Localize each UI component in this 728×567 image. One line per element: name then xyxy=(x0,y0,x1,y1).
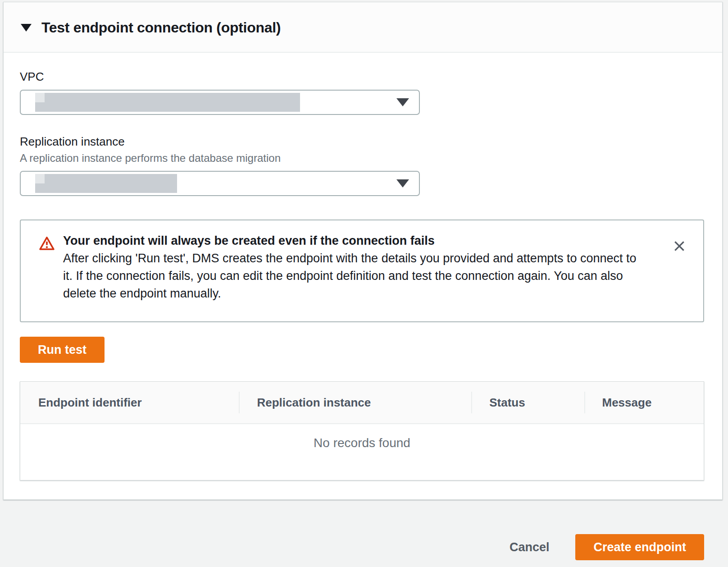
chevron-down-icon xyxy=(396,98,409,106)
vpc-label: VPC xyxy=(20,70,704,83)
table-header-row: Endpoint identifier Replication instance… xyxy=(20,382,704,424)
run-test-button[interactable]: Run test xyxy=(20,337,105,363)
cancel-button[interactable]: Cancel xyxy=(510,540,550,554)
section-body: VPC Replication instance A replication i… xyxy=(4,70,722,499)
column-header-endpoint-identifier: Endpoint identifier xyxy=(20,382,239,423)
triangle-down-icon xyxy=(21,24,32,32)
section-title: Test endpoint connection (optional) xyxy=(41,18,281,37)
create-endpoint-button[interactable]: Create endpoint xyxy=(575,534,704,560)
replication-instance-label: Replication instance xyxy=(20,135,704,148)
vpc-selected-value-redacted xyxy=(35,93,300,112)
replication-instance-field: Replication instance A replication insta… xyxy=(20,135,704,196)
warning-triangle-icon xyxy=(39,236,55,302)
replication-instance-description: A replication instance performs the data… xyxy=(20,152,704,165)
warning-title: Your endpoint will always be created eve… xyxy=(63,232,649,250)
close-icon xyxy=(673,239,686,253)
column-header-replication-instance: Replication instance xyxy=(239,382,471,423)
warning-body: After clicking 'Run test', DMS creates t… xyxy=(63,250,649,302)
vpc-field: VPC xyxy=(20,70,704,115)
warning-message: Your endpoint will always be created eve… xyxy=(63,232,649,302)
column-header-status: Status xyxy=(471,382,584,423)
replication-instance-select[interactable] xyxy=(20,171,420,196)
form-actions-footer: Cancel Create endpoint xyxy=(0,500,728,560)
chevron-down-icon xyxy=(396,179,409,187)
section-header-toggle[interactable]: Test endpoint connection (optional) xyxy=(4,2,722,53)
warning-flashbar: Your endpoint will always be created eve… xyxy=(20,219,704,322)
replication-instance-selected-value-redacted xyxy=(35,174,177,193)
column-header-message: Message xyxy=(584,382,704,423)
test-results-table: Endpoint identifier Replication instance… xyxy=(20,381,704,480)
empty-state-message: No records found xyxy=(20,424,704,480)
vpc-select[interactable] xyxy=(20,90,420,115)
test-endpoint-connection-section: Test endpoint connection (optional) VPC … xyxy=(3,2,723,500)
warning-dismiss-button[interactable] xyxy=(671,238,688,255)
